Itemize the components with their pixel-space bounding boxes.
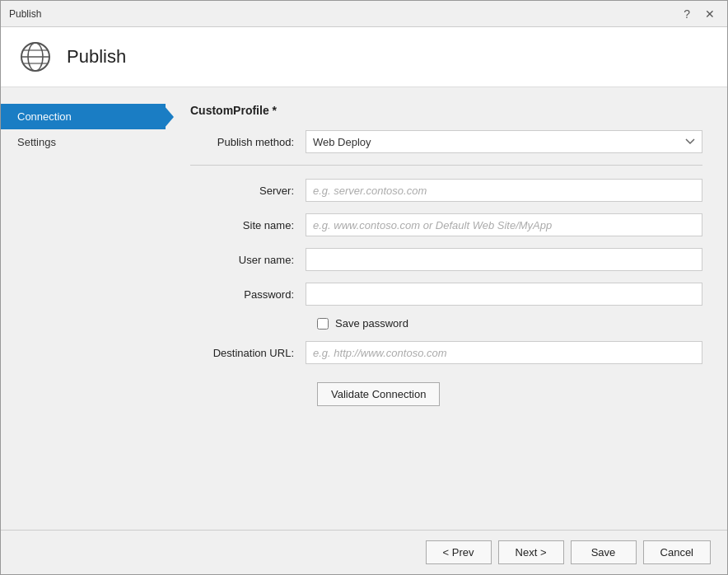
server-input[interactable]	[306, 179, 702, 202]
password-label: Password:	[190, 288, 306, 301]
password-group: Password:	[190, 283, 702, 306]
body: Connection Settings CustomProfile * Publ…	[1, 87, 727, 530]
publish-window: Publish ? ✕ Publish Connection Se	[0, 0, 728, 575]
password-input[interactable]	[306, 283, 702, 306]
publish-method-select[interactable]: Web Deploy FTP File System	[306, 130, 702, 153]
title-bar-left: Publish	[9, 8, 41, 20]
cancel-button[interactable]: Cancel	[643, 540, 711, 564]
save-password-checkbox[interactable]	[317, 318, 329, 330]
section-title: CustomProfile *	[190, 104, 702, 117]
close-button[interactable]: ✕	[701, 6, 719, 22]
sidebar-item-connection[interactable]: Connection	[1, 104, 166, 129]
publish-method-group: Publish method: Web Deploy FTP File Syst…	[190, 130, 702, 153]
destination-url-input[interactable]	[306, 341, 702, 364]
user-name-group: User name:	[190, 248, 702, 271]
title-bar-controls: ? ✕	[679, 6, 719, 22]
site-name-label: Site name:	[190, 219, 306, 231]
header: Publish	[1, 27, 727, 87]
sidebar: Connection Settings	[1, 87, 166, 530]
help-button[interactable]: ?	[679, 6, 694, 22]
save-password-label: Save password	[335, 317, 408, 330]
title-bar: Publish ? ✕	[1, 1, 727, 27]
destination-url-label: Destination URL:	[190, 347, 306, 359]
page-title: Publish	[67, 46, 126, 68]
server-group: Server:	[190, 179, 702, 202]
sidebar-item-settings[interactable]: Settings	[1, 129, 166, 155]
separator	[190, 165, 702, 166]
user-name-input[interactable]	[306, 248, 702, 271]
publish-method-label: Publish method:	[190, 136, 306, 148]
main-content: CustomProfile * Publish method: Web Depl…	[166, 87, 727, 530]
save-password-row: Save password	[317, 317, 702, 330]
footer: < Prev Next > Save Cancel	[1, 530, 727, 574]
site-name-group: Site name:	[190, 213, 702, 236]
globe-icon	[17, 39, 54, 75]
validate-connection-button[interactable]: Validate Connection	[317, 382, 440, 406]
next-button[interactable]: Next >	[498, 540, 564, 564]
save-button[interactable]: Save	[571, 540, 637, 564]
sidebar-item-connection-label: Connection	[17, 110, 72, 123]
prev-button[interactable]: < Prev	[426, 540, 492, 564]
destination-url-group: Destination URL:	[190, 341, 702, 364]
server-label: Server:	[190, 185, 306, 197]
sidebar-item-settings-label: Settings	[17, 136, 56, 148]
user-name-label: User name:	[190, 254, 306, 266]
title-bar-title: Publish	[9, 8, 41, 20]
validate-connection-row: Validate Connection	[190, 376, 702, 406]
site-name-input[interactable]	[306, 213, 702, 236]
